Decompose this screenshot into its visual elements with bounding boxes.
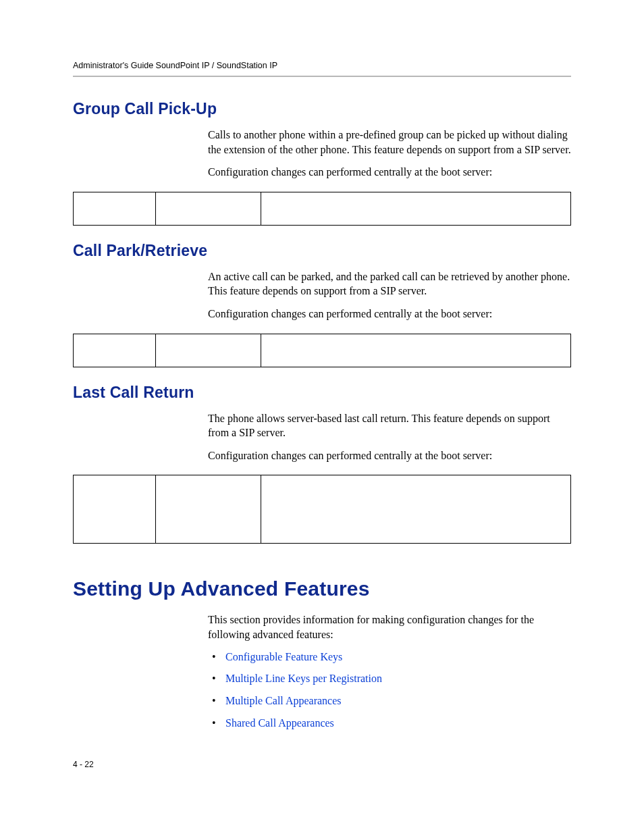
heading-setting-up-advanced-features: Setting Up Advanced Features [73,577,571,600]
list-item: Multiple Line Keys per Registration [208,672,571,686]
running-header: Administrator's Guide SoundPoint IP / So… [73,61,571,77]
table-cell [261,192,571,225]
table-cell [261,334,571,367]
paragraph: Calls to another phone within a pre-defi… [208,128,571,157]
paragraph: The phone allows server-based last call … [208,411,571,440]
config-table-call-park-retrieve [73,334,571,367]
heading-last-call-return: Last Call Return [73,384,571,402]
list-item: Shared Call Appearances [208,716,571,731]
table-row [74,334,571,367]
config-table-last-call-return [73,475,571,544]
heading-group-call-pickup: Group Call Pick-Up [73,100,571,118]
paragraph: Configuration changes can performed cent… [208,165,571,180]
table-cell [156,192,261,225]
advanced-features-link-list: Configurable Feature Keys Multiple Line … [208,650,571,731]
body-setting-up-advanced: This section provides information for ma… [208,613,571,730]
link-multiple-call-appearances[interactable]: Multiple Call Appearances [225,695,342,706]
paragraph: This section provides information for ma… [208,613,571,642]
link-configurable-feature-keys[interactable]: Configurable Feature Keys [225,651,342,662]
paragraph: An active call can be parked, and the pa… [208,269,571,298]
paragraph: Configuration changes can performed cent… [208,448,571,463]
table-row [74,192,571,225]
table-cell [156,475,261,544]
body-last-call-return: The phone allows server-based last call … [208,411,571,463]
list-item: Configurable Feature Keys [208,650,571,664]
document-page: Administrator's Guide SoundPoint IP / So… [0,0,644,834]
body-call-park-retrieve: An active call can be parked, and the pa… [208,269,571,321]
config-table-group-call-pickup [73,192,571,226]
table-cell [74,334,156,367]
table-cell [156,334,261,367]
page-number: 4 - 22 [73,760,94,769]
heading-call-park-retrieve: Call Park/Retrieve [73,242,571,260]
link-shared-call-appearances[interactable]: Shared Call Appearances [225,717,334,729]
table-cell [261,475,571,544]
paragraph: Configuration changes can performed cent… [208,307,571,321]
link-multiple-line-keys-per-registration[interactable]: Multiple Line Keys per Registration [225,673,382,684]
list-item: Multiple Call Appearances [208,694,571,708]
body-group-call-pickup: Calls to another phone within a pre-defi… [208,128,571,180]
table-row [74,475,571,544]
table-cell [74,475,156,544]
table-cell [74,192,156,225]
